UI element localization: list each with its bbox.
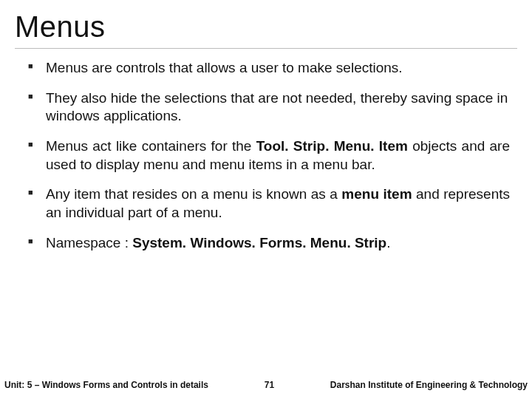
footer-page-number: 71 xyxy=(243,380,295,390)
bullet-text-post: . xyxy=(386,235,390,250)
footer: Unit: 5 – Windows Forms and Controls in … xyxy=(0,380,532,390)
list-item: Menus act like containers for the Tool. … xyxy=(28,137,510,174)
bullet-text-pre: Namespace : xyxy=(46,235,132,250)
bullet-text-bold: Tool. Strip. Menu. Item xyxy=(256,138,408,154)
list-item: Any item that resides on a menu is known… xyxy=(28,185,510,222)
bullet-text-bold: menu item xyxy=(341,186,412,202)
bullet-text-pre: Any item that resides on a menu is known… xyxy=(46,186,341,202)
list-item: Menus are controls that allows a user to… xyxy=(28,59,510,78)
bullet-text-pre: Menus act like containers for the xyxy=(46,138,256,154)
bullet-text-bold: System. Windows. Forms. Menu. Strip xyxy=(132,235,386,250)
footer-unit: Unit: 5 – Windows Forms and Controls in … xyxy=(4,380,243,390)
bullet-list: Menus are controls that allows a user to… xyxy=(15,59,517,253)
footer-organization: Darshan Institute of Engineering & Techn… xyxy=(295,380,528,390)
bullet-text: Menus are controls that allows a user to… xyxy=(46,60,403,75)
list-item: Namespace : System. Windows. Forms. Menu… xyxy=(28,234,510,253)
slide: Menus Menus are controls that allows a u… xyxy=(0,0,532,399)
bullet-text: They also hide the selections that are n… xyxy=(46,90,508,124)
list-item: They also hide the selections that are n… xyxy=(28,89,510,126)
slide-title: Menus xyxy=(15,10,517,49)
